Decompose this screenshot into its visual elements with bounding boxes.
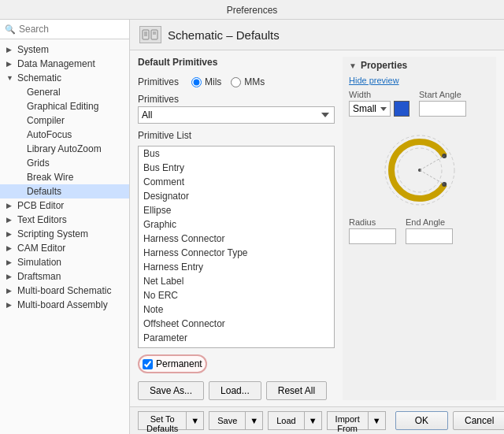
mms-radio-label[interactable]: MMs [231,76,265,87]
width-select[interactable]: Small [349,101,391,117]
import-from-arrow[interactable]: ▼ [368,411,386,430]
primitives-label: Primitives [138,76,179,87]
list-item[interactable]: Net Label [139,274,334,288]
list-item[interactable]: Graphic [139,217,334,232]
list-item[interactable]: Harness Connector [139,232,334,246]
sidebar-item-label: System [17,44,49,55]
sidebar-item-label: Break Wire [27,172,73,183]
arrow-icon: ▶ [6,244,14,252]
mils-radio[interactable] [191,77,202,87]
content-header: Schematic – Defaults [130,20,504,50]
sidebar-item-pcb-editor[interactable]: ▶ PCB Editor [0,198,129,213]
list-item[interactable]: Ellipse [139,203,334,217]
sidebar-item-text-editors[interactable]: ▶ Text Editors [0,213,129,227]
primitives-dropdown-label: Primitives [138,94,335,105]
search-icon: 🔍 [5,24,16,35]
list-item[interactable]: Designator [139,189,334,203]
arrow-icon: ▶ [6,287,14,295]
sidebar-item-defaults[interactable]: Defaults [0,184,129,198]
list-item[interactable]: Note [139,302,334,317]
sidebar-item-draftsman[interactable]: ▶ Draftsman [0,269,129,284]
list-item[interactable]: Parameter Set [139,345,334,348]
schematic-icon [139,26,161,43]
ok-button[interactable]: OK [395,411,448,430]
reset-all-button[interactable]: Reset All [266,381,327,400]
properties-header: ▼ Properties [349,60,490,71]
import-from-btn-group: Import From ▼ [327,411,386,430]
sidebar-item-simulation[interactable]: ▶ Simulation [0,255,129,269]
sidebar-item-label: Multi-board Schematic [17,285,111,296]
start-angle-input[interactable]: 30 [419,101,466,117]
list-item[interactable]: Harness Connector Type [139,246,334,260]
sidebar-item-label: CAM Editor [17,243,65,254]
mils-label: Mils [205,76,221,87]
triangle-icon: ▼ [349,61,357,70]
sidebar-item-cam-editor[interactable]: ▶ CAM Editor [0,241,129,255]
sidebar-item-label: Graphical Editing [27,101,98,112]
sidebar-item-system[interactable]: ▶ System [0,43,129,57]
sidebar-item-library-autozoom[interactable]: Library AutoZoom [0,142,129,156]
sidebar-item-multi-board-assembly[interactable]: ▶ Multi-board Assembly [0,298,129,312]
sidebar-item-label: Schematic [17,72,61,83]
sidebar-item-schematic[interactable]: ▼ Schematic [0,71,129,85]
list-item[interactable]: Bus [139,147,334,161]
action-buttons: Save As... Load... Reset All [138,381,335,400]
sidebar-item-break-wire[interactable]: Break Wire [0,170,129,184]
sidebar-item-grids[interactable]: Grids [0,156,129,170]
import-from-button[interactable]: Import From [327,411,368,430]
list-item[interactable]: Comment [139,175,334,189]
list-item[interactable]: No ERC [139,288,334,302]
load-button[interactable]: Load... [209,381,261,400]
set-to-defaults-button[interactable]: Set To Defaults [138,411,186,430]
set-to-defaults-arrow[interactable]: ▼ [186,411,204,430]
sidebar-item-label: Draftsman [17,271,61,282]
bottom-bar: Set To Defaults ▼ Save ▼ Load ▼ Import F… [130,406,504,434]
svg-rect-0 [143,30,149,39]
search-box[interactable]: 🔍 [0,20,129,39]
sidebar-item-label: Defaults [27,186,61,197]
save-btn-group: Save ▼ [209,411,263,430]
properties-title: Properties [361,60,407,71]
permanent-checkbox[interactable] [143,359,153,369]
list-item[interactable]: Harness Entry [139,260,334,274]
list-item[interactable]: Offsheet Connector [139,317,334,331]
arc-preview [349,124,490,211]
content-area: Schematic – Defaults Default Primitives … [130,20,504,434]
mms-radio[interactable] [231,77,241,87]
permanent-row[interactable]: Permanent [138,354,207,373]
sidebar-item-label: Grids [27,158,50,169]
radius-label: Radius [349,217,396,227]
list-item[interactable]: Parameter [139,331,334,345]
load-arrow[interactable]: ▼ [304,411,322,430]
sidebar-item-multi-board-schematic[interactable]: ▶ Multi-board Schematic [0,284,129,298]
save-as-button[interactable]: Save As... [138,381,204,400]
sidebar-item-label: General [27,87,61,98]
primitive-list-box[interactable]: Bus Bus Entry Comment Designator Ellipse… [138,146,335,348]
sidebar-item-data-management[interactable]: ▶ Data Management [0,57,129,71]
save-arrow[interactable]: ▼ [245,411,263,430]
sidebar: 🔍 ▶ System ▶ Data Management ▼ Schematic… [0,20,130,434]
svg-point-11 [442,182,447,187]
load-button[interactable]: Load [268,411,303,430]
width-label: Width [349,90,410,99]
hide-preview-link[interactable]: Hide preview [349,76,490,85]
arrow-icon: ▶ [6,46,14,54]
save-button[interactable]: Save [209,411,245,430]
list-item[interactable]: Bus Entry [139,161,334,175]
primitives-dropdown[interactable]: All [138,106,335,124]
search-input[interactable] [19,24,124,35]
sidebar-item-general[interactable]: General [0,85,129,99]
sidebar-item-compiler[interactable]: Compiler [0,113,129,128]
load-btn-group: Load ▼ [268,411,321,430]
sidebar-item-autofocus[interactable]: AutoFocus [0,128,129,142]
sidebar-item-scripting-system[interactable]: ▶ Scripting System [0,227,129,241]
end-angle-input[interactable]: 330 [406,228,453,244]
radius-input[interactable]: 100mil [349,228,396,244]
sidebar-item-label: Scripting System [17,228,88,239]
right-panel: ▼ Properties Hide preview Width Small [343,57,496,400]
color-swatch[interactable] [394,101,410,117]
sidebar-item-label: Library AutoZoom [27,143,102,154]
mils-radio-label[interactable]: Mils [191,76,221,87]
sidebar-item-graphical-editing[interactable]: Graphical Editing [0,99,129,113]
cancel-button[interactable]: Cancel [453,411,504,430]
